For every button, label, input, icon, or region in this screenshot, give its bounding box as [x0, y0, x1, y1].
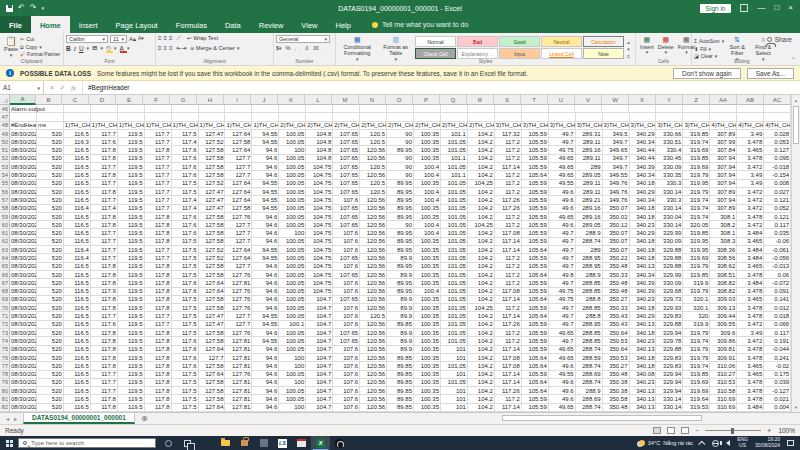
- cell[interactable]: 2)TH_CH7: [441, 122, 468, 130]
- cell[interactable]: 100.35: [414, 321, 441, 329]
- cell[interactable]: 104.2: [468, 337, 495, 345]
- cell[interactable]: 288.69: [576, 395, 603, 403]
- cell[interactable]: 104.2: [468, 346, 495, 354]
- cell[interactable]: 289.11: [576, 180, 603, 188]
- cell[interactable]: [64, 105, 91, 113]
- cell[interactable]: 2)TH_CH3: [333, 122, 360, 130]
- cell[interactable]: 117.08: [495, 354, 522, 362]
- cell[interactable]: 0.127: [764, 146, 791, 154]
- cell[interactable]: 3.465: [737, 146, 764, 154]
- cell[interactable]: 104.25: [468, 180, 495, 188]
- cell[interactable]: 105.59: [522, 404, 549, 412]
- cell[interactable]: 100: [279, 379, 306, 387]
- cell[interactable]: 520: [37, 130, 64, 138]
- cell[interactable]: 116.5: [64, 337, 91, 345]
- cell[interactable]: [549, 113, 576, 121]
- cell[interactable]: 117.08: [495, 288, 522, 296]
- cell[interactable]: 89.95: [387, 196, 414, 204]
- cell[interactable]: 349.76: [603, 180, 630, 188]
- redo-icon[interactable]: ↷: [30, 4, 37, 12]
- cell[interactable]: 117.7: [145, 246, 172, 254]
- cell[interactable]: 94.55: [252, 246, 279, 254]
- cell[interactable]: 104.2: [468, 263, 495, 271]
- row-number-58[interactable]: 58: [0, 205, 10, 213]
- cell[interactable]: 350.48: [603, 371, 630, 379]
- copy-button[interactable]: ⧉Copy▾: [20, 44, 60, 51]
- cell[interactable]: 520: [37, 155, 64, 163]
- cell[interactable]: 94.6: [252, 171, 279, 179]
- cell[interactable]: 116.5: [64, 312, 91, 320]
- cell[interactable]: 310.69: [710, 395, 737, 403]
- cell[interactable]: 3.478: [737, 312, 764, 320]
- cell[interactable]: 319.79: [683, 346, 710, 354]
- cell[interactable]: 89.95: [387, 246, 414, 254]
- cell[interactable]: 330.04: [656, 213, 683, 221]
- column-header-J[interactable]: J: [251, 95, 278, 105]
- cell[interactable]: 319.95: [683, 238, 710, 246]
- cell[interactable]: 107.6: [333, 246, 360, 254]
- cell[interactable]: 08/30/202: [10, 312, 37, 320]
- cell[interactable]: 100.35: [414, 238, 441, 246]
- cell[interactable]: 117.4: [91, 205, 118, 213]
- cell[interactable]: 105.59: [522, 321, 549, 329]
- app-window-icon[interactable]: [292, 436, 311, 450]
- cell[interactable]: 0.039: [764, 379, 791, 387]
- cell[interactable]: 308.3: [710, 238, 737, 246]
- cell[interactable]: 94.55: [252, 196, 279, 204]
- cell[interactable]: 104.2: [468, 371, 495, 379]
- cell[interactable]: 104.2: [468, 196, 495, 204]
- column-header-M[interactable]: M: [332, 95, 359, 105]
- cell[interactable]: 100.05: [279, 205, 306, 213]
- cell[interactable]: 288.74: [576, 362, 603, 370]
- cell[interactable]: 101.05: [441, 229, 468, 237]
- cell[interactable]: 120.56: [360, 171, 387, 179]
- cell[interactable]: 340.18: [630, 362, 657, 370]
- cell[interactable]: 105.64: [522, 387, 549, 395]
- cell[interactable]: 127.58: [199, 171, 226, 179]
- cell[interactable]: [199, 105, 226, 113]
- cell[interactable]: 08/30/202: [10, 238, 37, 246]
- cell[interactable]: 120.56: [360, 321, 387, 329]
- cell[interactable]: [737, 113, 764, 121]
- sheet-nav-right-icon[interactable]: ▸: [14, 415, 17, 422]
- cell[interactable]: 119.5: [118, 312, 145, 320]
- cell[interactable]: 329.99: [656, 229, 683, 237]
- cell[interactable]: 94.55: [252, 205, 279, 213]
- cell[interactable]: 105.64: [522, 362, 549, 370]
- cell[interactable]: 319.69: [683, 146, 710, 154]
- cell[interactable]: 101: [441, 354, 468, 362]
- cell[interactable]: 104.2: [468, 379, 495, 387]
- cell[interactable]: 101.05: [441, 279, 468, 287]
- cell[interactable]: 127.58: [225, 138, 252, 146]
- cell[interactable]: 94.6: [252, 404, 279, 412]
- cell[interactable]: 105.64: [522, 354, 549, 362]
- cell[interactable]: 117.14: [495, 296, 522, 304]
- cell[interactable]: 89.95: [387, 279, 414, 287]
- cell[interactable]: 330.3: [656, 180, 683, 188]
- cell[interactable]: 107.65: [333, 213, 360, 221]
- cell[interactable]: 94.55: [252, 321, 279, 329]
- cell[interactable]: 117.8: [91, 337, 118, 345]
- cell[interactable]: 100.4: [414, 188, 441, 196]
- cell[interactable]: 117.2: [495, 188, 522, 196]
- row-number-53[interactable]: 53: [0, 163, 10, 171]
- cell[interactable]: 117.8: [145, 329, 172, 337]
- cell[interactable]: 520: [37, 371, 64, 379]
- cell[interactable]: 329.83: [656, 312, 683, 320]
- cell[interactable]: 49.6: [549, 196, 576, 204]
- cell[interactable]: 289.16: [576, 213, 603, 221]
- cell[interactable]: 520: [37, 404, 64, 412]
- cell[interactable]: 08/30/202: [10, 288, 37, 296]
- cell[interactable]: 116.5: [64, 130, 91, 138]
- cell[interactable]: 89.9: [387, 337, 414, 345]
- fill-color-icon[interactable]: ◇: [106, 44, 111, 52]
- cell[interactable]: 107.6: [333, 387, 360, 395]
- cell[interactable]: 116.5: [64, 221, 91, 229]
- cell[interactable]: 350.43: [603, 312, 630, 320]
- cell[interactable]: 117.5: [172, 188, 199, 196]
- cell[interactable]: 0.008: [764, 180, 791, 188]
- row-number-65[interactable]: 65: [0, 263, 10, 271]
- cell[interactable]: 2)TH_CH2: [306, 122, 333, 130]
- cell[interactable]: 117.7: [91, 229, 118, 237]
- cell[interactable]: 49.6: [549, 205, 576, 213]
